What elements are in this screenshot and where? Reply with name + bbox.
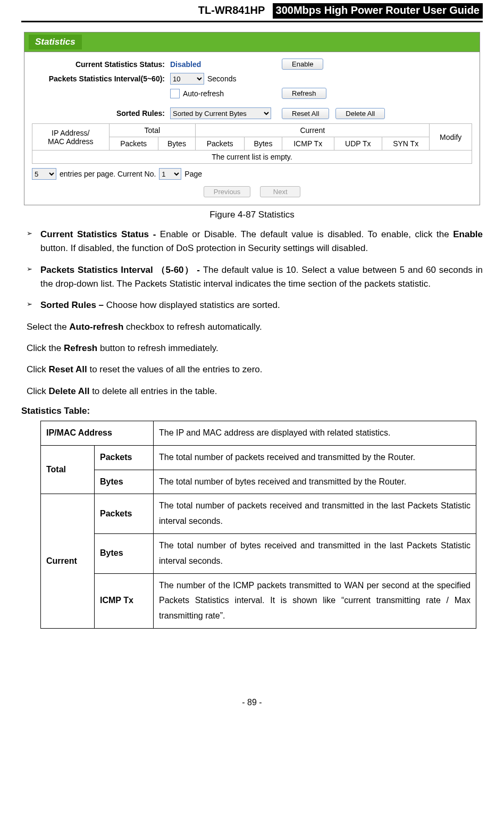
figure-caption: Figure 4-87 Statistics — [21, 210, 483, 220]
interval-select[interactable]: 10 — [170, 73, 204, 85]
sorted-select[interactable]: Sorted by Current Bytes — [170, 107, 271, 119]
entries-select[interactable]: 5 — [32, 168, 56, 180]
description-list: Current Statistics Status - Enable or Di… — [21, 228, 483, 313]
para-resetall: Click Reset All to reset the values of a… — [21, 363, 483, 377]
col-total: Total — [109, 124, 196, 137]
guide-title: 300Mbps High Power Router User Guide — [273, 3, 483, 19]
page-number: - 89 - — [21, 698, 483, 707]
interval-label: Packets Statistics Interval(5~60): — [32, 74, 170, 83]
bullet-interval: Packets Statistics Interval （5-60） - The… — [27, 263, 483, 291]
panel-header: Statistics — [24, 32, 480, 52]
autorefresh-label: Auto-refresh — [183, 89, 224, 98]
reset-all-button[interactable]: Reset All — [282, 108, 329, 119]
previous-button[interactable]: Previous — [204, 186, 251, 197]
status-value: Disabled — [170, 60, 201, 69]
page-select[interactable]: 1 — [159, 168, 181, 180]
enable-button[interactable]: Enable — [282, 59, 323, 70]
para-refresh: Click the Refresh button to refresh imme… — [21, 341, 483, 355]
status-label: Current Statistics Status: — [32, 60, 170, 69]
empty-row: The current list is empty. — [32, 151, 472, 164]
model-number: TL-WR841HP — [198, 4, 265, 16]
statistics-panel: Statistics Current Statistics Status: Di… — [24, 32, 480, 205]
col-ipmac: IP Address/ MAC Address — [32, 124, 110, 151]
page-header: TL-WR841HP 300Mbps High Power Router Use… — [21, 0, 483, 22]
col-cur-syn: SYN Tx — [382, 137, 429, 151]
para-deleteall: Click Delete All to delete all entries i… — [21, 385, 483, 398]
stats-description-table: IP/MAC Address The IP and MAC address ar… — [40, 421, 476, 629]
col-cur-icmp: ICMP Tx — [282, 137, 334, 151]
seconds-label: Seconds — [207, 74, 236, 83]
para-autorefresh: Select the Auto-refresh checkbox to refr… — [21, 320, 483, 334]
entries-label: entries per page. Current No. — [60, 170, 156, 178]
autorefresh-checkbox[interactable] — [170, 89, 180, 98]
col-total-packets: Packets — [109, 137, 158, 151]
col-modify: Modify — [430, 124, 472, 151]
stats-table-heading: Statistics Table: — [21, 406, 483, 416]
bullet-status: Current Statistics Status - Enable or Di… — [27, 228, 483, 256]
stats-table: IP Address/ MAC Address Total Current Mo… — [32, 123, 472, 164]
col-cur-bytes: Bytes — [245, 137, 282, 151]
panel-title: Statistics — [29, 35, 82, 49]
col-total-bytes: Bytes — [158, 137, 195, 151]
delete-all-button[interactable]: Delete All — [335, 108, 385, 119]
sorted-label: Sorted Rules: — [32, 109, 170, 118]
page-label: Page — [184, 170, 202, 178]
bullet-sorted: Sorted Rules – Choose how displayed stat… — [27, 298, 483, 312]
next-button[interactable]: Next — [260, 186, 300, 197]
col-cur-udp: UDP Tx — [334, 137, 382, 151]
col-cur-packets: Packets — [196, 137, 245, 151]
col-current: Current — [196, 124, 430, 137]
pager: 5 entries per page. Current No. 1 Page — [32, 168, 472, 180]
refresh-button[interactable]: Refresh — [282, 88, 326, 99]
